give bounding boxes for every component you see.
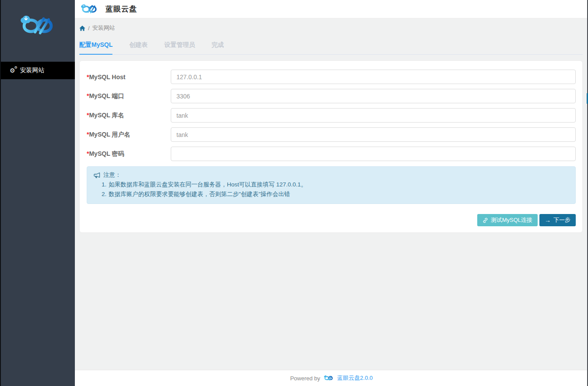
mysql-port-label: *MySQL 端口 — [87, 92, 171, 100]
mysql-username-input[interactable] — [171, 127, 576, 142]
mysql-database-label: *MySQL 库名 — [87, 112, 171, 119]
info-alert-item: 1.如果数据库和蓝眼云盘安装在同一台服务器，Host可以直接填写 127.0.0… — [102, 181, 569, 189]
tab-set-admin: 设置管理员 — [164, 39, 195, 54]
app-logo-icon — [78, 3, 100, 15]
link-icon — [482, 218, 488, 223]
arrow-right-icon: → — [545, 217, 551, 223]
form-row-mysql-password: *MySQL 密码 — [87, 147, 576, 161]
gears-icon: ⚙ ⚙ — [10, 67, 15, 74]
mysql-password-label: *MySQL 密码 — [87, 150, 171, 158]
app-window: ⚙ ⚙ 安装网站 蓝眼云盘 / 安装网站 配置MySQL — [0, 0, 588, 386]
app-logo-icon — [15, 13, 60, 39]
action-button-row: 测试MySQL连接 → 下一步 — [87, 214, 576, 226]
top-header: 蓝眼云盘 — [75, 0, 588, 18]
form-row-mysql-host: *MySQL Host — [87, 70, 576, 84]
app-title: 蓝眼云盘 — [106, 4, 137, 14]
mysql-database-input[interactable] — [171, 108, 576, 123]
info-alert-item: 2.数据库账户的权限要求要能够创建表，否则第二步"创建表"操作会出错 — [102, 190, 569, 198]
test-mysql-connection-button[interactable]: 测试MySQL连接 — [477, 214, 538, 226]
mysql-host-input[interactable] — [171, 70, 576, 84]
bullhorn-icon — [94, 172, 100, 178]
footer: Powered by 蓝眼云盘2.0.0 — [75, 370, 588, 386]
brand-version-link[interactable]: 蓝眼云盘2.0.0 — [337, 374, 373, 382]
mysql-password-input[interactable] — [171, 147, 576, 161]
form-row-mysql-port: *MySQL 端口 — [87, 89, 576, 103]
powered-by-text: Powered by — [290, 375, 320, 382]
form-row-mysql-database: *MySQL 库名 — [87, 108, 576, 123]
mysql-port-input[interactable] — [171, 89, 576, 103]
mysql-host-label: *MySQL Host — [87, 74, 171, 81]
sidebar-item-install-site[interactable]: ⚙ ⚙ 安装网站 — [0, 62, 75, 79]
sidebar-item-label: 安装网站 — [20, 67, 45, 74]
mysql-username-label: *MySQL 用户名 — [87, 131, 171, 139]
breadcrumb-current: 安装网站 — [92, 24, 115, 32]
tab-create-tables: 创建表 — [129, 39, 148, 54]
app-logo-icon — [323, 375, 334, 382]
info-alert-title: 注意： — [94, 171, 569, 179]
form-row-mysql-username: *MySQL 用户名 — [87, 127, 576, 142]
window-left-edge — [0, 0, 1, 386]
next-step-button[interactable]: → 下一步 — [539, 214, 576, 226]
breadcrumb: / 安装网站 — [79, 24, 115, 32]
mysql-config-panel: *MySQL Host *MySQL 端口 *MySQL 库名 *MySQL 用… — [79, 60, 583, 233]
info-alert: 注意： 1.如果数据库和蓝眼云盘安装在同一台服务器，Host可以直接填写 127… — [87, 166, 576, 204]
home-icon[interactable] — [79, 25, 85, 31]
breadcrumb-separator: / — [88, 25, 90, 32]
tab-configure-mysql[interactable]: 配置MySQL — [79, 39, 113, 54]
wizard-tabs: 配置MySQL 创建表 设置管理员 完成 — [79, 39, 583, 55]
tab-finish: 完成 — [211, 39, 224, 54]
sidebar: ⚙ ⚙ 安装网站 — [0, 0, 75, 386]
